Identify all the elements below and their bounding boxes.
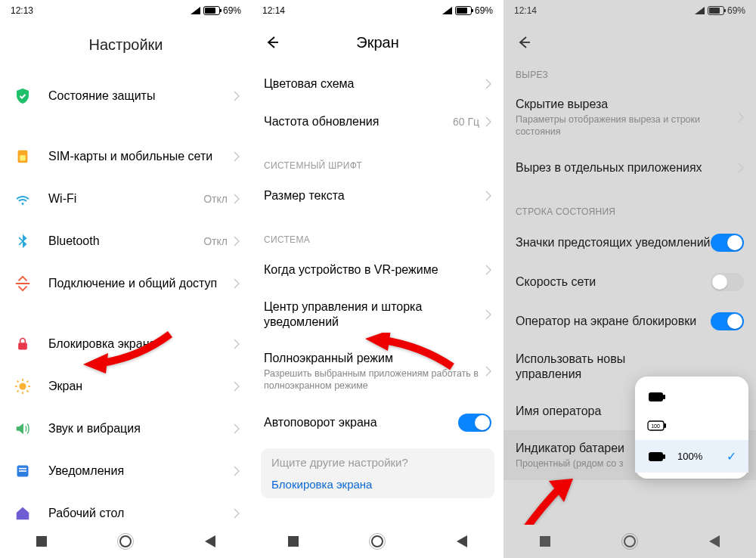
row-fullscreen[interactable]: Полноэкранный режим Разрешить выбранным … (252, 340, 503, 403)
search-other-settings[interactable]: Ищите другие настройки? Блокировка экран… (261, 448, 494, 498)
wifi-icon (12, 188, 33, 209)
status-bar: 12:14 69% (503, 0, 756, 21)
screen-display: 12:14 69% Экран Цветовая схема Частота о… (252, 0, 503, 558)
toggle-carrier-lock[interactable] (711, 312, 744, 330)
row-vr-mode[interactable]: Когда устройство в VR-режиме (252, 251, 503, 289)
row-sound[interactable]: Звук и вибрация (0, 408, 252, 450)
lock-icon (12, 333, 33, 355)
row-cutout-apps[interactable]: Вырез в отдельных приложениях (503, 149, 756, 187)
svg-line-10 (17, 391, 19, 392)
chevron-icon (234, 91, 240, 101)
signal-icon (694, 7, 705, 14)
row-label: Вырез в отдельных приложениях (516, 160, 738, 175)
svg-rect-19 (649, 392, 663, 401)
signal-icon (190, 7, 200, 14)
nav-recents-icon[interactable] (540, 536, 550, 547)
battery-icon (708, 6, 724, 15)
battery-100-icon: 100 (647, 420, 667, 431)
battery-percent: 69% (475, 5, 493, 16)
row-label: Подключение и общий доступ (48, 276, 234, 291)
battery-icon (203, 6, 220, 15)
chevron-icon (234, 466, 240, 476)
toggle-autorotate[interactable] (458, 414, 491, 432)
nav-back-icon[interactable] (457, 535, 467, 547)
nav-recents-icon[interactable] (288, 536, 299, 547)
popup-option-inside[interactable]: 100 (635, 411, 748, 440)
popup-option-percent[interactable]: 100% ✓ (635, 440, 748, 473)
nav-home-icon[interactable] (119, 535, 132, 547)
row-lock-screen[interactable]: Блокировка экрана (0, 323, 252, 365)
row-label: Размер текста (264, 188, 485, 203)
row-sim[interactable]: SIM-карты и мобильные сети (0, 135, 252, 178)
chevron-icon (485, 191, 491, 201)
svg-rect-2 (18, 343, 27, 349)
row-sublabel: Разрешить выбранным приложениям работать… (264, 367, 485, 392)
row-label: Когда устройство в VR-режиме (264, 262, 485, 277)
battery-solid-icon (647, 451, 667, 462)
chevron-icon (234, 339, 240, 349)
row-bluetooth[interactable]: Bluetooth Откл (0, 220, 252, 262)
signal-icon (442, 7, 452, 14)
row-network-speed[interactable]: Скорость сети (503, 262, 756, 302)
nav-home-icon[interactable] (371, 535, 383, 547)
shield-check-icon (12, 85, 33, 107)
row-notification-icons[interactable]: Значки предстоящих уведомлений (503, 223, 756, 262)
row-notifications[interactable]: Уведомления (0, 450, 252, 492)
row-value: Откл (203, 193, 228, 205)
row-label: Полноэкранный режим (264, 351, 485, 366)
status-bar: 12:14 69% (252, 0, 503, 21)
nav-back-icon[interactable] (709, 535, 720, 547)
chevron-icon (485, 79, 491, 89)
row-control-center[interactable]: Центр управления и шторка уведомлений (252, 289, 503, 340)
row-hide-cutout[interactable]: Скрытие выреза Параметры отображения выр… (503, 86, 756, 149)
nav-home-icon[interactable] (624, 535, 636, 547)
chevron-icon (234, 236, 240, 246)
search-result-link[interactable]: Блокировка экрана (271, 478, 484, 491)
screen-status-bar-settings: 12:14 69% ВЫРЕЗ Скрытие выреза Параметры… (503, 0, 756, 558)
row-display[interactable]: Экран (0, 365, 252, 408)
status-time: 12:14 (262, 5, 285, 16)
row-label: Цветовая схема (264, 76, 485, 91)
chevron-icon (485, 366, 491, 377)
row-label: Частота обновления (264, 114, 453, 129)
row-label: Автоповорот экрана (264, 415, 458, 430)
status-time: 12:13 (11, 5, 33, 16)
svg-point-3 (19, 383, 26, 389)
row-label: Значки предстоящих уведомлений (516, 235, 711, 250)
settings-list: Состояние защиты SIM-карты и мобильные с… (0, 75, 252, 558)
row-color-scheme[interactable]: Цветовая схема (252, 65, 503, 103)
battery-indicator-popup: 100 100% ✓ (635, 377, 748, 479)
row-autorotate[interactable]: Автоповорот экрана (252, 403, 503, 442)
toggle-notification-icons[interactable] (711, 234, 744, 252)
svg-rect-20 (663, 395, 665, 399)
toggle-network-speed[interactable] (711, 273, 744, 291)
svg-text:100: 100 (651, 423, 660, 429)
chevron-icon (234, 423, 240, 434)
chevron-icon (234, 151, 240, 162)
nav-recents-icon[interactable] (36, 536, 47, 547)
notification-icon (12, 460, 33, 482)
row-text-size[interactable]: Размер текста (252, 177, 503, 215)
svg-rect-25 (663, 454, 665, 459)
svg-line-11 (27, 381, 29, 383)
nav-back-icon[interactable] (205, 535, 215, 547)
back-button[interactable] (514, 33, 532, 51)
svg-line-8 (17, 381, 19, 383)
svg-rect-1 (20, 155, 25, 160)
nav-bar (503, 525, 756, 558)
row-security-status[interactable]: Состояние защиты (0, 75, 252, 117)
chevron-icon (738, 112, 744, 122)
check-icon: ✓ (727, 449, 736, 463)
popup-option-graphic[interactable] (635, 383, 748, 411)
svg-line-9 (27, 391, 29, 392)
row-connection-sharing[interactable]: Подключение и общий доступ (0, 262, 252, 305)
row-refresh-rate[interactable]: Частота обновления 60 Гц (252, 103, 503, 141)
row-wifi[interactable]: Wi-Fi Откл (0, 178, 252, 220)
status-bar: 12:13 69% (0, 0, 252, 21)
row-label: Скрытие выреза (516, 97, 738, 112)
row-carrier-on-lock[interactable]: Оператор на экране блокировки (503, 302, 756, 341)
row-label: Bluetooth (48, 234, 203, 249)
popup-option-label: 100% (677, 451, 702, 462)
chevron-icon (234, 278, 240, 289)
row-label: SIM-карты и мобильные сети (48, 149, 234, 164)
